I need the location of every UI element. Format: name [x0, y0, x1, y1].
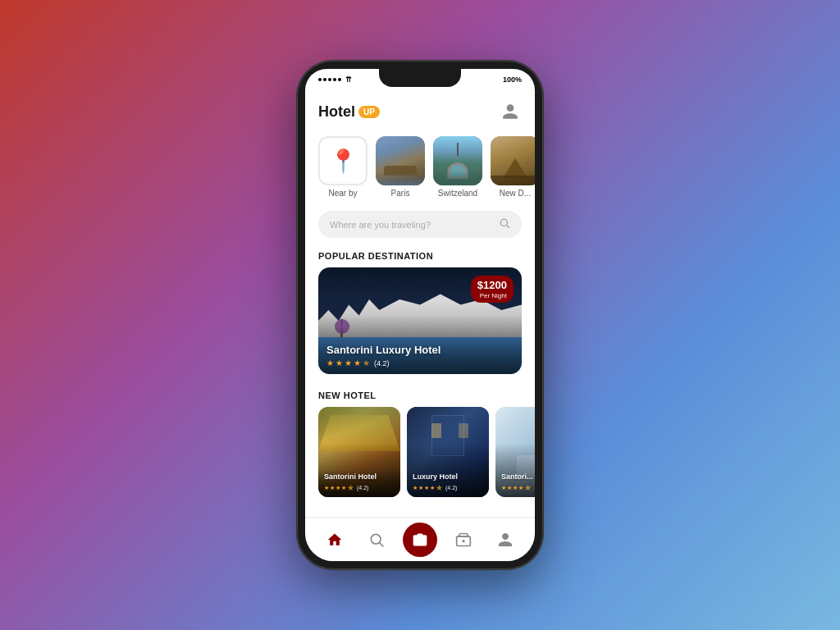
svg-point-2	[372, 534, 381, 544]
svg-line-3	[380, 542, 384, 546]
hotel-name-1: Santorini Hotel	[324, 472, 397, 482]
category-switzerland[interactable]: Switzeland	[433, 136, 482, 198]
hotel-stars-2: ★★★★★ (4.2)	[413, 483, 486, 492]
popular-hotel-rating: (4.2)	[374, 359, 390, 368]
signal-dots: ⇈	[318, 75, 352, 84]
logo: Hotel UP	[318, 103, 380, 121]
category-thumb-switzerland	[433, 136, 482, 185]
hotel-card-2-info: Luxury Hotel ★★★★★ (4.2)	[413, 472, 486, 492]
hotel-stars-3: ★★★★★	[501, 483, 535, 492]
category-label-nearby: Near by	[328, 189, 357, 198]
popular-card-info: Santorini Luxury Hotel ★ ★ ★ ★ ★ (4.2)	[326, 344, 441, 368]
hotel-name-2: Luxury Hotel	[413, 472, 486, 482]
nav-camera-button[interactable]	[403, 523, 437, 557]
logo-text: Hotel	[318, 103, 355, 121]
location-pin-icon: 📍	[329, 148, 358, 175]
price-per-night: Per Night	[477, 292, 507, 300]
hotel-name-3: Santori...	[501, 472, 535, 482]
popular-hotel-stars: ★ ★ ★ ★ ★ (4.2)	[326, 358, 441, 368]
svg-line-1	[507, 226, 509, 228]
profile-button[interactable]	[499, 100, 522, 123]
search-bar[interactable]: Where are you traveling?	[318, 211, 522, 238]
new-hotel-card-3[interactable]: Santori... ★★★★★	[495, 407, 535, 497]
phone-screen: Hotel UP 📍	[305, 90, 535, 561]
category-paris[interactable]: Paris	[376, 136, 425, 198]
hotel-rating-2: (4.2)	[445, 485, 457, 491]
category-nearby[interactable]: 📍 Near by	[318, 136, 368, 198]
category-list[interactable]: 📍 Near by Paris	[305, 130, 535, 208]
category-label-newdelhi: New D...	[500, 189, 531, 198]
hotel-card-3-info: Santori... ★★★★★	[501, 472, 535, 492]
new-hotel-card-1[interactable]: Santorini Hotel ★★★★★ (4.2)	[318, 407, 400, 497]
new-hotel-card-2[interactable]: Luxury Hotel ★★★★★ (4.2)	[407, 407, 489, 497]
bottom-navigation	[305, 517, 535, 561]
wifi-icon: ⇈	[345, 75, 352, 84]
category-label-switzerland: Switzeland	[438, 189, 477, 198]
nav-search[interactable]	[360, 523, 393, 556]
category-thumb-newdelhi	[491, 136, 535, 185]
price-amount: $1200	[477, 279, 507, 292]
popular-hotel-card[interactable]: $1200 Per Night Santorini Luxury Hotel ★…	[318, 267, 522, 374]
category-thumb-paris	[376, 136, 425, 185]
phone-notch	[379, 69, 461, 87]
popular-hotel-name: Santorini Luxury Hotel	[326, 344, 441, 356]
new-hotels-list[interactable]: Santorini Hotel ★★★★★ (4.2)	[305, 407, 535, 510]
category-thumb-nearby: 📍	[318, 136, 368, 185]
nav-profile[interactable]	[489, 523, 522, 556]
search-placeholder: Where are you traveling?	[330, 220, 492, 230]
phone-frame: ⇈ 100% Hotel UP	[297, 61, 543, 569]
logo-badge: UP	[358, 106, 380, 118]
battery-status: 100%	[503, 75, 522, 84]
new-hotel-section-header: NEW HOTEL	[305, 387, 535, 407]
app-header: Hotel UP	[305, 90, 535, 130]
price-badge: $1200 Per Night	[471, 276, 514, 303]
search-icon[interactable]	[499, 217, 510, 231]
nav-home[interactable]	[318, 523, 351, 556]
category-newdelhi[interactable]: New D...	[491, 136, 535, 198]
svg-point-0	[500, 219, 507, 226]
screen-scroll-area[interactable]: Hotel UP 📍	[305, 90, 535, 517]
popular-section-header: POPULAR DESTINATION	[305, 248, 535, 267]
hotel-rating-1: (4.2)	[357, 485, 368, 491]
phone-device: ⇈ 100% Hotel UP	[297, 61, 543, 569]
nav-bookings[interactable]	[447, 523, 480, 556]
hotel-card-1-info: Santorini Hotel ★★★★★ (4.2)	[324, 472, 397, 492]
hotel-stars-1: ★★★★★ (4.2)	[324, 483, 397, 492]
category-label-paris: Paris	[391, 189, 410, 198]
